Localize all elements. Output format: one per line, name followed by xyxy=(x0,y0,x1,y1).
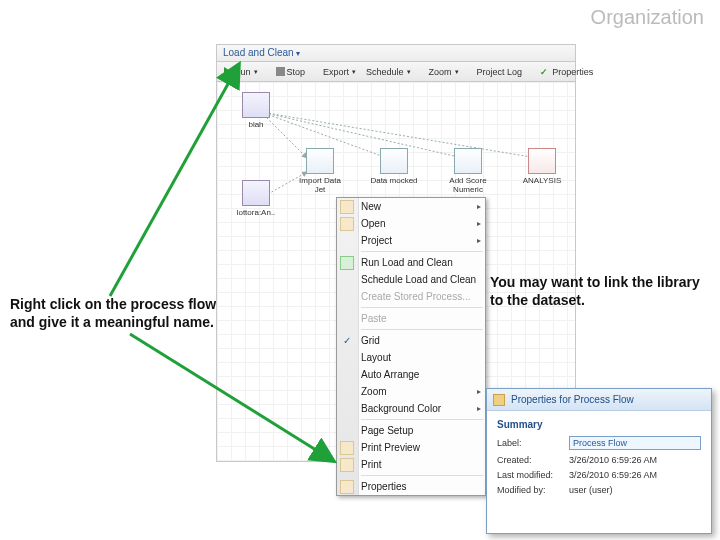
node-lottora[interactable]: lottora:An.. xyxy=(231,180,281,217)
preview-icon xyxy=(340,441,354,455)
callout-right: You may want to link the library to the … xyxy=(490,274,700,309)
export-button[interactable]: Export xyxy=(320,66,359,78)
node-label: ANALYSIS xyxy=(523,176,562,185)
schedule-button[interactable]: Schedule xyxy=(363,66,414,78)
menu-label: Run Load and Clean xyxy=(361,257,453,268)
menu-load-clean[interactable]: Load and Clean xyxy=(223,47,300,58)
toolbar: Run▾ Stop Export Schedule Zoom Project L… xyxy=(216,62,576,82)
properties-title: Properties for Process Flow xyxy=(511,394,634,405)
menu-open[interactable]: Open▸ xyxy=(337,215,485,232)
menu-label: Layout xyxy=(361,352,391,363)
node-analysis[interactable]: ANALYSIS xyxy=(517,148,567,185)
properties-window: Properties for Process Flow Summary Labe… xyxy=(486,388,712,534)
menu-separator xyxy=(361,419,483,420)
menu-separator xyxy=(361,307,483,308)
menu-run-flow[interactable]: Run Load and Clean xyxy=(337,254,485,271)
node-label: Import Data Jet xyxy=(299,176,341,194)
stop-icon xyxy=(276,67,285,76)
menu-label: Schedule Load and Clean xyxy=(361,274,476,285)
row-modified: Last modified: 3/26/2010 6:59:26 AM xyxy=(497,470,701,480)
properties-label: Properties xyxy=(552,67,593,77)
node-label: Add Score Numeric xyxy=(449,176,486,194)
print-icon xyxy=(340,458,354,472)
properties-icon xyxy=(340,480,354,494)
node-label: Data mocked xyxy=(370,176,417,185)
menu-schedule-flow[interactable]: Schedule Load and Clean xyxy=(337,271,485,288)
properties-body: Summary Label: Created: 3/26/2010 6:59:2… xyxy=(487,411,711,504)
menubar[interactable]: Load and Clean xyxy=(216,44,576,62)
menu-separator xyxy=(361,475,483,476)
menu-label: Background Color xyxy=(361,403,441,414)
menu-properties[interactable]: Properties xyxy=(337,478,485,495)
menu-separator xyxy=(361,329,483,330)
run-button[interactable]: Run▾ xyxy=(221,66,261,78)
project-log-button[interactable]: Project Log xyxy=(474,66,526,78)
menu-label: Create Stored Process... xyxy=(361,291,471,302)
play-icon xyxy=(340,256,354,270)
summary-heading: Summary xyxy=(497,419,701,430)
play-icon xyxy=(224,67,232,77)
submenu-arrow-icon: ▸ xyxy=(477,236,481,245)
stop-label: Stop xyxy=(287,67,306,77)
menu-label: Project xyxy=(361,235,392,246)
menu-create-stored[interactable]: Create Stored Process... xyxy=(337,288,485,305)
menu-label: Print xyxy=(361,459,382,470)
properties-titlebar: Properties for Process Flow xyxy=(487,389,711,411)
context-menu: New▸ Open▸ Project▸ Run Load and Clean S… xyxy=(336,197,486,496)
node-label: lottora:An.. xyxy=(237,208,276,217)
project-log-label: Project Log xyxy=(477,67,523,77)
zoom-button[interactable]: Zoom xyxy=(426,66,462,78)
menu-label: Paste xyxy=(361,313,387,324)
node-add-score[interactable]: Add Score Numeric xyxy=(443,148,493,194)
submenu-arrow-icon: ▸ xyxy=(477,387,481,396)
menu-label: Zoom xyxy=(361,386,387,397)
field-value: 3/26/2010 6:59:26 AM xyxy=(569,455,701,465)
open-icon xyxy=(340,217,354,231)
flow-icon xyxy=(493,394,505,406)
menu-label: Properties xyxy=(361,481,407,492)
node-label: blah xyxy=(248,120,263,129)
submenu-arrow-icon: ▸ xyxy=(477,404,481,413)
menu-grid[interactable]: Grid xyxy=(337,332,485,349)
row-created: Created: 3/26/2010 6:59:26 AM xyxy=(497,455,701,465)
properties-button[interactable]: ✓Properties xyxy=(537,66,596,78)
field-label: Modified by: xyxy=(497,485,569,495)
menu-label: Grid xyxy=(361,335,380,346)
menu-zoom[interactable]: Zoom▸ xyxy=(337,383,485,400)
menu-separator xyxy=(361,251,483,252)
slide-title: Organization xyxy=(591,6,704,29)
menu-print[interactable]: Print xyxy=(337,456,485,473)
menu-paste: Paste xyxy=(337,310,485,327)
label-input[interactable] xyxy=(569,436,701,450)
menu-label: Open xyxy=(361,218,385,229)
menu-page-setup[interactable]: Page Setup xyxy=(337,422,485,439)
menu-label: Print Preview xyxy=(361,442,420,453)
menu-bgcolor[interactable]: Background Color▸ xyxy=(337,400,485,417)
node-import[interactable]: Import Data Jet xyxy=(295,148,345,194)
menu-layout[interactable]: Layout xyxy=(337,349,485,366)
menu-label: Page Setup xyxy=(361,425,413,436)
callout-left: Right click on the process flow and give… xyxy=(10,296,220,331)
field-value: user (user) xyxy=(569,485,701,495)
field-label: Created: xyxy=(497,455,569,465)
menu-label: New xyxy=(361,201,381,212)
field-label: Last modified: xyxy=(497,470,569,480)
menu-print-preview[interactable]: Print Preview xyxy=(337,439,485,456)
run-label: Run xyxy=(234,67,251,77)
menu-label: Auto Arrange xyxy=(361,369,419,380)
node-data-mocked[interactable]: Data mocked xyxy=(369,148,419,185)
row-label: Label: xyxy=(497,436,701,450)
node-blah[interactable]: blah xyxy=(231,92,281,129)
menu-auto-arrange[interactable]: Auto Arrange xyxy=(337,366,485,383)
field-value: 3/26/2010 6:59:26 AM xyxy=(569,470,701,480)
field-label: Label: xyxy=(497,438,569,448)
submenu-arrow-icon: ▸ xyxy=(477,219,481,228)
row-modified-by: Modified by: user (user) xyxy=(497,485,701,495)
check-icon: ✓ xyxy=(540,67,548,77)
menu-new[interactable]: New▸ xyxy=(337,198,485,215)
submenu-arrow-icon: ▸ xyxy=(477,202,481,211)
new-icon xyxy=(340,200,354,214)
stop-button[interactable]: Stop xyxy=(273,66,309,78)
menu-project[interactable]: Project▸ xyxy=(337,232,485,249)
